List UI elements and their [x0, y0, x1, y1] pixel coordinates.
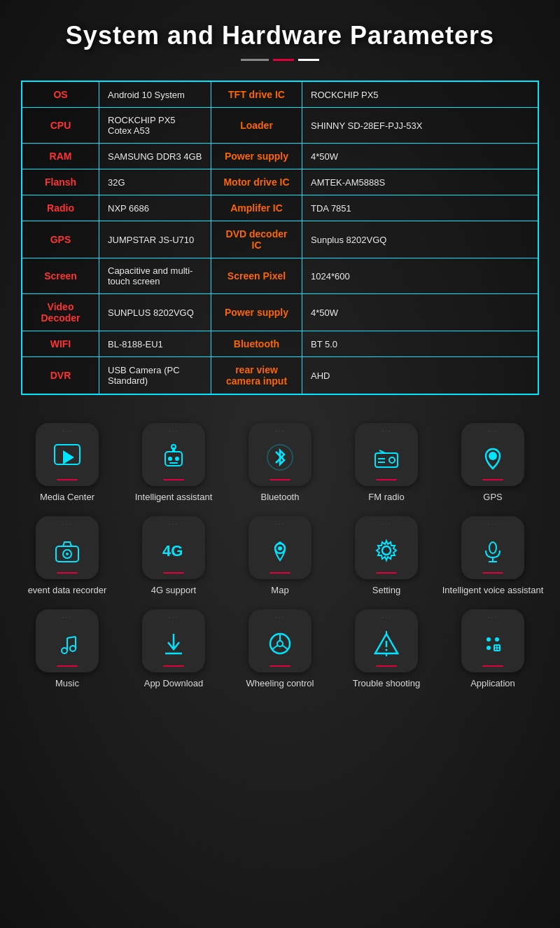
spec-label: OS: [22, 82, 99, 108]
app-label-intelligent-voice: Intelligent voice assistant: [442, 585, 544, 595]
header-divider: [28, 59, 532, 61]
app-item-fm-radio[interactable]: FM radio: [341, 423, 432, 502]
svg-point-14: [489, 452, 497, 460]
table-row: WIFI BL-8188-EU1 Bluetooth BT 5.0: [22, 331, 538, 357]
spec-value: SAMSUNG DDR3 4GB: [99, 144, 211, 169]
app-icon-application: [461, 609, 524, 672]
app-icon-setting: [355, 516, 418, 579]
app-icon-media-center: [36, 423, 99, 486]
svg-point-3: [168, 457, 172, 461]
svg-point-33: [277, 641, 283, 646]
spec-value-right: SHINNY SD-28EF-PJJ-53X: [302, 108, 538, 144]
app-icon-map: [248, 516, 312, 579]
spec-value: BL-8188-EU1: [99, 331, 211, 357]
app-item-intelligent-assistant[interactable]: Intelligent assistant: [128, 423, 219, 502]
spec-label-right: Bluetooth: [211, 331, 302, 357]
specs-table-container: OS Android 10 System TFT drive IC ROCKCH…: [21, 81, 539, 395]
apps-section: Media Center Intelligent assistant Bluet…: [0, 416, 560, 716]
spec-value-right: AHD: [302, 357, 538, 394]
apps-row-2: event data recorder 4G 4G support Map Se…: [14, 516, 546, 595]
svg-line-35: [283, 646, 288, 650]
app-icon-music: [36, 609, 99, 672]
table-row: Flansh 32G Motor drive IC AMTEK-AM5888S: [22, 169, 538, 195]
svg-point-21: [382, 546, 391, 555]
apps-row-1: Media Center Intelligent assistant Bluet…: [14, 423, 546, 502]
spec-label-right: DVD decoder IC: [211, 221, 302, 258]
svg-point-42: [486, 637, 491, 642]
spec-value-right: ROCKCHIP PX5: [302, 82, 538, 108]
spec-label-right: Loader: [211, 108, 302, 144]
svg-point-44: [486, 646, 491, 650]
app-item-event-data-recorder[interactable]: event data recorder: [22, 516, 113, 595]
spec-label-right: Power supply: [211, 144, 302, 169]
app-label-map: Map: [271, 585, 288, 595]
app-label-setting: Setting: [372, 585, 400, 595]
spec-label-right: Motor drive IC: [211, 169, 302, 195]
app-icon-gps: [461, 423, 524, 486]
spec-label-right: Power supply: [211, 294, 302, 331]
header-section: System and Hardware Parameters: [0, 0, 560, 81]
table-row: Screen Capacitive and multi-touch screen…: [22, 258, 538, 294]
app-label-4g-support: 4G support: [151, 585, 196, 595]
specs-table: OS Android 10 System TFT drive IC ROCKCH…: [22, 81, 538, 394]
spec-label-right: rear view camera input: [211, 357, 302, 394]
svg-point-17: [66, 553, 69, 555]
app-icon-intelligent-assistant: [142, 423, 205, 486]
spec-label: WIFI: [22, 331, 99, 357]
app-item-music[interactable]: Music: [22, 609, 113, 688]
spec-value: Android 10 System: [99, 82, 211, 108]
spec-value-right: TDA 7851: [302, 195, 538, 221]
table-row: OS Android 10 System TFT drive IC ROCKCH…: [22, 82, 538, 108]
table-row: CPU ROCKCHIP PX5Cotex A53 Loader SHINNY …: [22, 108, 538, 144]
app-item-wheeling-control[interactable]: Wheeling control: [234, 609, 326, 688]
spec-value-right: AMTEK-AM5888S: [302, 169, 538, 195]
spec-value-right: BT 5.0: [302, 331, 538, 357]
app-item-app-download[interactable]: App Download: [128, 609, 219, 688]
spec-label: DVR: [22, 357, 99, 394]
svg-line-29: [67, 637, 76, 638]
spec-value: JUMPSTAR JS-U710: [99, 221, 211, 258]
spec-value: 32G: [99, 169, 211, 195]
svg-point-4: [175, 457, 179, 461]
table-row: DVR USB Camera (PC Standard) rear view c…: [22, 357, 538, 394]
spec-value: SUNPLUS 8202VGQ: [99, 294, 211, 331]
page-title: System and Hardware Parameters: [28, 21, 532, 50]
app-label-bluetooth: Bluetooth: [261, 492, 300, 502]
table-row: Video Decoder SUNPLUS 8202VGQ Power supp…: [22, 294, 538, 331]
svg-text:4G: 4G: [162, 542, 183, 560]
app-item-4g-support[interactable]: 4G 4G support: [128, 516, 219, 595]
app-item-bluetooth[interactable]: Bluetooth: [234, 423, 326, 502]
app-label-music: Music: [55, 678, 79, 688]
app-icon-4g-support: 4G: [142, 516, 205, 579]
spec-value: Capacitive and multi-touch screen: [99, 258, 211, 294]
spec-label-right: Screen Pixel: [211, 258, 302, 294]
table-row: GPS JUMPSTAR JS-U710 DVD decoder IC Sunp…: [22, 221, 538, 258]
spec-label: Video Decoder: [22, 294, 99, 331]
app-item-gps[interactable]: GPS: [447, 423, 538, 502]
app-item-application[interactable]: Application: [447, 609, 538, 688]
app-label-fm-radio: FM radio: [368, 492, 404, 502]
spec-value-right: 1024*600: [302, 258, 538, 294]
app-item-map[interactable]: Map: [234, 516, 326, 595]
app-label-trouble-shooting: Trouble shooting: [353, 678, 420, 688]
spec-value: ROCKCHIP PX5Cotex A53: [99, 108, 211, 144]
app-item-setting[interactable]: Setting: [341, 516, 432, 595]
app-icon-bluetooth: [248, 423, 312, 486]
app-label-media-center: Media Center: [40, 492, 94, 502]
svg-point-7: [172, 445, 176, 449]
spec-label-right: TFT drive IC: [211, 82, 302, 108]
app-item-media-center[interactable]: Media Center: [22, 423, 113, 502]
app-item-intelligent-voice[interactable]: Intelligent voice assistant: [447, 516, 538, 595]
svg-point-26: [70, 646, 76, 651]
app-item-trouble-shooting[interactable]: Trouble shooting: [341, 609, 432, 688]
app-icon-intelligent-voice: [461, 516, 524, 579]
spec-label-right: Amplifer IC: [211, 195, 302, 221]
spec-value-right: 4*50W: [302, 144, 538, 169]
svg-point-43: [495, 637, 499, 642]
app-label-event-data-recorder: event data recorder: [28, 585, 107, 595]
spec-label: CPU: [22, 108, 99, 144]
spec-value-right: 4*50W: [302, 294, 538, 331]
app-icon-app-download: [142, 609, 205, 672]
app-label-gps: GPS: [483, 492, 502, 502]
app-label-intelligent-assistant: Intelligent assistant: [135, 492, 213, 502]
